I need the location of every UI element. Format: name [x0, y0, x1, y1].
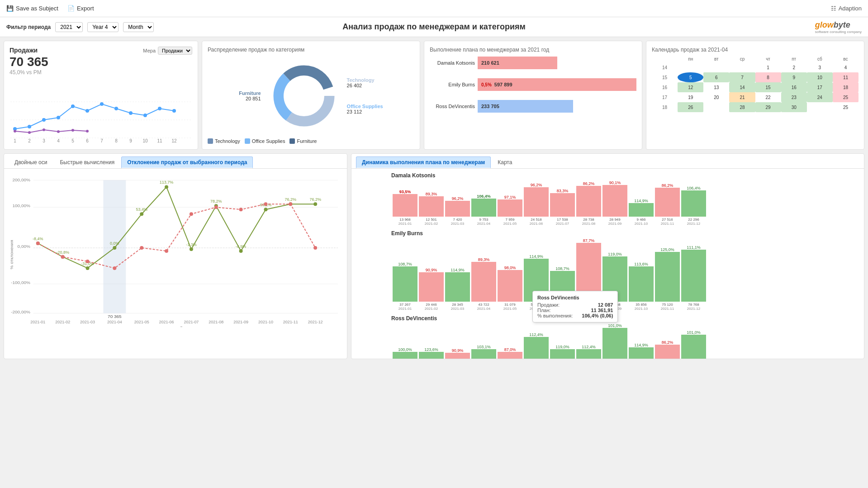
- perf-date-e11: 2021-11: [661, 307, 674, 311]
- perf-val-d07: 17 538: [557, 218, 568, 222]
- perf-bar-r03: [445, 353, 470, 359]
- plan-name-emily: Emily Burns: [430, 82, 475, 87]
- perf-pct-e01: 108,7%: [398, 262, 412, 266]
- perf-date-e01: 2021-01: [398, 307, 412, 311]
- perf-bars-ross: 100,0% 13 185 2021-01 123,6% 13 773 2021…: [355, 323, 860, 359]
- perf-pct-d07: 83,3%: [557, 189, 569, 193]
- perf-pct-r03: 90,9%: [452, 348, 464, 353]
- perf-col-08: 86,2% 28 738 2021-08: [576, 181, 601, 226]
- cal-empty: [807, 102, 833, 112]
- perf-pct-r01: 100,0%: [398, 347, 412, 352]
- svg-text:70 365: 70 365: [108, 314, 122, 319]
- perf-e-col-12: 111,1% 78 768 2021-12: [681, 245, 706, 311]
- svg-text:7: 7: [100, 138, 103, 142]
- left-tab-bar: Двойные оси Быстрые вычисления Отклонени…: [4, 154, 347, 169]
- svg-text:3: 3: [43, 138, 45, 142]
- perf-manager-damala: Damala Kotsonis: [355, 172, 860, 179]
- tab-quick-calc[interactable]: Быстрые вычисления: [54, 156, 120, 168]
- svg-point-19: [71, 129, 74, 132]
- svg-text:2021-02: 2021-02: [55, 320, 70, 324]
- export-button[interactable]: 📄 Export: [67, 5, 94, 12]
- donut-legend: Technology Office Supplies Furniture: [208, 138, 414, 144]
- perf-pct-e10: 113,6%: [634, 262, 648, 266]
- month-select[interactable]: Month: [123, 22, 154, 32]
- svg-text:-100,00%: -100,00%: [11, 280, 30, 285]
- svg-point-58: [264, 208, 267, 211]
- tab-map[interactable]: Карта: [492, 156, 518, 168]
- perf-r-col-04: 103,1% 16 891 2021-04: [471, 345, 496, 359]
- year-select[interactable]: 2021: [55, 22, 83, 32]
- mon-header: пн: [678, 56, 703, 62]
- perf-manager-emily: Emily Burns: [355, 230, 860, 237]
- deviation-chart-svg: 200,00% 100,00% 0,00% -100,00% -200,00% …: [9, 173, 342, 327]
- plan-row-ross: Ross DeVincentis 233 705: [430, 100, 636, 113]
- week-18: 18: [652, 102, 678, 112]
- plan-bar-emily: 0,5%597 899: [478, 78, 636, 91]
- sat-header: сб: [807, 56, 833, 62]
- perf-date-e12: 2021-12: [687, 307, 700, 311]
- perf-bar-r11: [655, 345, 680, 359]
- cal-day-30: 30: [781, 102, 807, 112]
- perf-bar-d02: [419, 196, 444, 217]
- tab-double-axes[interactable]: Двойные оси: [9, 156, 53, 168]
- svg-text:78,2%: 78,2%: [210, 199, 222, 204]
- perf-val-d10: 9 466: [636, 218, 645, 222]
- perf-bar-d07: [550, 193, 575, 217]
- perf-date-d02: 2021-02: [425, 222, 438, 226]
- perf-bar-r08: [576, 349, 601, 359]
- toolbar: 💾 Save as Subject 📄 Export ☷ Adaption: [0, 0, 868, 17]
- year4-select[interactable]: Year 4: [87, 22, 119, 32]
- perf-val-d03: 7 420: [453, 218, 462, 222]
- svg-text:1: 1: [14, 138, 16, 142]
- svg-point-9: [100, 102, 104, 106]
- plan-bar-ross: 233 705: [478, 100, 636, 113]
- tab-dynamics[interactable]: Динамика выполнения плана по менеджерам: [356, 156, 491, 168]
- perf-val-e03: 28 345: [452, 303, 463, 307]
- perf-bar-r12: [681, 335, 706, 359]
- adaption-grid-icon: ☷: [831, 5, 836, 12]
- svg-text:9: 9: [129, 138, 132, 142]
- week-16: 16: [652, 82, 678, 92]
- svg-point-84: [313, 246, 317, 250]
- plan-name-damala: Damala Kotsonis: [430, 60, 475, 66]
- svg-point-74: [61, 255, 65, 259]
- perf-bar-e12: [681, 250, 706, 302]
- cal-empty: [729, 62, 755, 72]
- perf-val-e02: 29 446: [426, 303, 436, 307]
- svg-point-5: [42, 118, 46, 122]
- tab-deviation[interactable]: Отклонение продаж от выбранного периода: [121, 156, 253, 168]
- cal-day-2: 2: [781, 62, 807, 72]
- perf-val-e04: 43 722: [478, 303, 489, 307]
- perf-pct-r04: 103,1%: [477, 345, 491, 349]
- tooltip-plan-row: План: 11 361,91: [537, 308, 613, 313]
- svg-point-15: [14, 130, 16, 133]
- svg-point-73: [36, 242, 40, 245]
- donut-panel: Распределение продаж по категориям Furni…: [202, 41, 420, 150]
- measure-select[interactable]: Продажи: [158, 47, 192, 55]
- svg-text:2021-04: 2021-04: [107, 320, 122, 324]
- perf-date-e03: 2021-03: [451, 307, 464, 311]
- calendar-row-17: 17 19 20 21 22 23 24 25: [652, 92, 859, 102]
- perf-date-e10: 2021-10: [635, 307, 648, 311]
- cal-day-14: 14: [729, 82, 755, 92]
- svg-point-53: [140, 212, 143, 216]
- cal-day-20: 20: [703, 92, 729, 102]
- cal-day-28: 28: [729, 102, 755, 112]
- plan-row-damala: Damala Kotsonis 210 621: [430, 57, 636, 69]
- perf-bar-d08: [576, 186, 601, 217]
- perf-pct-d04: 106,4%: [477, 194, 491, 199]
- save-label: Save as Subject: [16, 5, 58, 12]
- svg-point-54: [165, 185, 168, 189]
- cal-day-17: 17: [807, 82, 833, 92]
- svg-point-7: [71, 104, 75, 108]
- perf-bar-e02: [419, 272, 444, 302]
- svg-point-14: [172, 109, 176, 113]
- legend-furniture: Furniture: [289, 138, 317, 144]
- svg-point-12: [143, 114, 147, 117]
- save-as-subject-button[interactable]: 💾 Save as Subject: [6, 5, 58, 12]
- perf-bar-d01: [393, 194, 417, 217]
- perf-bar-r02: [419, 352, 444, 359]
- svg-point-20: [86, 130, 89, 133]
- green-line: [38, 187, 315, 268]
- perf-r-col-10: 114,9% 19 516 2021-10: [629, 343, 654, 359]
